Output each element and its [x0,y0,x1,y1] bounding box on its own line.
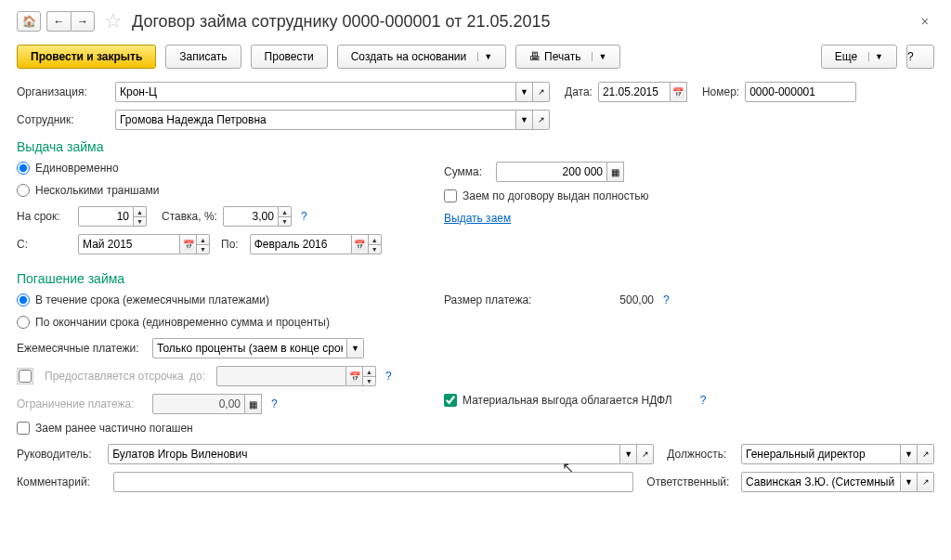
help-button[interactable]: ? [906,45,934,69]
employee-input[interactable] [115,110,516,130]
dropdown-button[interactable]: ▼ [901,444,918,464]
print-button[interactable]: 🖶Печать▼ [515,45,620,69]
save-button[interactable]: Записать [165,45,241,69]
spinner-up[interactable]: ▲ [134,206,147,216]
deferral-input [216,366,346,386]
employee-row: Сотрудник: ▼ ↗ [17,110,934,130]
more-label: Еще [835,50,857,63]
partially-repaid-checkbox[interactable] [17,422,30,435]
repayment-cols: В течение срока (ежемесячными платежами)… [17,293,934,338]
issue-loan-link[interactable]: Выдать заем [444,212,511,225]
fully-issued-row: Заем по договору выдан полностью [444,189,649,202]
term-spinner: ▲▼ [78,206,147,227]
help-icon[interactable]: ? [267,397,281,410]
amount-input[interactable] [496,162,607,182]
open-button[interactable]: ↗ [533,82,550,102]
org-input[interactable] [115,82,516,102]
spinner-up[interactable]: ▲ [363,366,376,376]
chevron-down-icon: ▼ [868,52,883,61]
loan-issue-cols: Единовременно Несколькими траншами На ср… [17,162,934,262]
dropdown-button[interactable]: ▼ [516,110,533,130]
deferral-row: Предоставляется отсрочка до: 📅 ▲▼ ? [17,366,934,386]
limit-row: Ограничение платежа: ▦ ? [17,394,407,414]
help-icon[interactable]: ? [697,394,710,407]
spinner-up[interactable]: ▲ [369,234,382,244]
date-combo: 📅 [598,82,687,102]
radio-tranches-input[interactable] [17,184,30,197]
help-icon[interactable]: ? [297,210,311,223]
post-button[interactable]: Провести [251,45,328,69]
close-button[interactable]: × [916,12,934,31]
manager-label: Руководитель: [17,448,102,461]
calculator-icon[interactable]: ▦ [607,162,624,182]
open-button[interactable]: ↗ [533,110,550,130]
nav-group: ← → [46,11,95,32]
term-row: На срок: ▲▼ Ставка, %: ▲▼ ? [17,206,407,227]
employee-label: Сотрудник: [17,113,110,126]
to-label: По: [221,238,239,251]
back-button[interactable]: ← [46,11,71,32]
radio-end-label: По окончании срока (единовременно сумма … [35,316,330,329]
open-button[interactable]: ↗ [918,472,934,492]
spinner-down[interactable]: ▼ [197,244,210,254]
deferral-to-label: до: [189,370,205,383]
spinner-down[interactable]: ▼ [134,216,147,227]
payment-size-label: Размер платежа: [444,293,555,306]
calendar-icon[interactable]: 📅 [352,234,369,254]
calendar-icon[interactable]: 📅 [180,234,197,254]
responsible-input[interactable] [741,472,901,492]
spinner-down[interactable]: ▼ [279,216,292,227]
repayment-title: Погашение займа [17,271,934,286]
deferral-checkbox[interactable] [19,370,32,383]
post-close-button[interactable]: Провести и закрыть [17,45,156,69]
radio-tranches-label: Несколькими траншами [35,184,159,197]
monthly-input[interactable] [152,338,347,358]
open-button[interactable]: ↗ [637,444,654,464]
position-input[interactable] [741,444,901,464]
calendar-icon[interactable]: 📅 [346,366,363,386]
rate-input[interactable] [223,206,279,227]
radio-during: В течение срока (ежемесячными платежами) [17,293,407,306]
calculator-icon[interactable]: ▦ [245,394,262,414]
fully-issued-checkbox[interactable] [444,189,457,202]
calendar-icon[interactable]: 📅 [671,82,687,102]
comment-input[interactable] [113,472,634,492]
radio-once-input[interactable] [17,162,30,175]
open-button[interactable]: ↗ [918,444,934,464]
amount-row: Сумма: ▦ [444,162,649,182]
help-icon[interactable]: ? [382,370,396,383]
responsible-combo: ▼ ↗ [741,472,934,492]
page-title: Договор займа сотруднику 0000-000001 от … [132,12,551,32]
comment-row: Комментарий: Ответственный: ▼ ↗ [17,472,934,492]
spinner-down[interactable]: ▼ [363,376,376,386]
favorite-icon[interactable]: ☆ [104,9,123,33]
dropdown-button[interactable]: ▼ [516,82,533,102]
create-based-button[interactable]: Создать на основании▼ [337,45,506,69]
benefit-checkbox[interactable] [444,394,457,407]
dropdown-button[interactable]: ▼ [901,472,918,492]
issue-link-row: Выдать заем [444,212,649,225]
more-button[interactable]: Еще▼ [821,45,897,69]
spinner-down[interactable]: ▼ [369,244,382,254]
from-combo: 📅 ▲▼ [78,234,210,254]
manager-input[interactable] [108,444,620,464]
term-input[interactable] [78,206,134,227]
dropdown-button[interactable]: ▼ [620,444,637,464]
date-input[interactable] [598,82,671,102]
radio-during-label: В течение срока (ежемесячными платежами) [35,293,269,306]
limit-label: Ограничение платежа: [17,397,147,410]
manager-combo: ▼ ↗ [108,444,654,464]
chevron-down-icon: ▼ [592,52,606,61]
radio-end-input[interactable] [17,316,30,329]
number-input[interactable] [745,82,856,102]
deferral-label: Предоставляется отсрочка [45,370,184,383]
dropdown-button[interactable]: ▼ [347,338,364,358]
forward-button[interactable]: → [71,11,95,32]
radio-during-input[interactable] [17,293,30,306]
spinner-up[interactable]: ▲ [197,234,210,244]
home-button[interactable]: 🏠 [17,11,41,32]
help-icon[interactable]: ? [659,293,673,306]
from-input[interactable] [78,234,180,254]
to-input[interactable] [250,234,352,254]
spinner-up[interactable]: ▲ [279,206,292,216]
